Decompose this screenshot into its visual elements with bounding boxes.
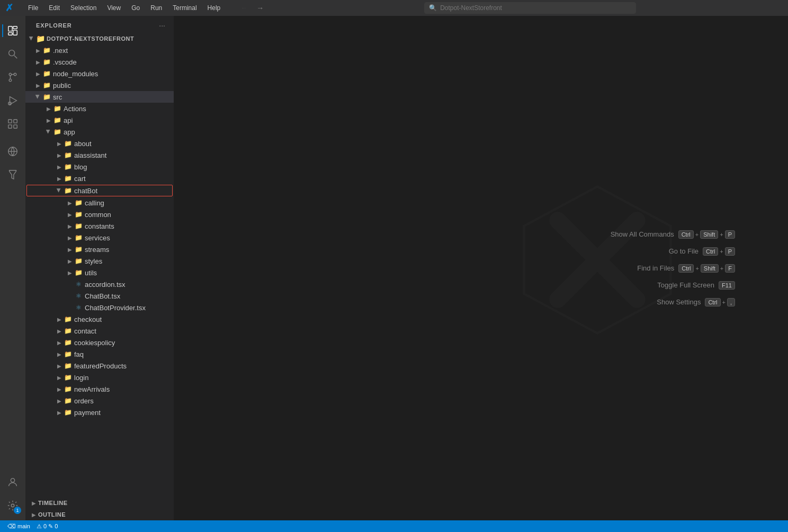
chatbot-provider-icon: ⚛	[74, 303, 83, 312]
calling-label: calling	[85, 199, 104, 207]
folder-constants[interactable]: ▶ 📁 constants	[25, 220, 174, 232]
app-arrow: ▶	[44, 128, 53, 136]
forward-arrow[interactable]: →	[253, 3, 267, 13]
root-arrow: ▶	[28, 34, 36, 43]
svg-marker-9	[10, 97, 17, 105]
contact-arrow: ▶	[55, 327, 64, 335]
next-label: .next	[53, 47, 68, 55]
folder-featured-products[interactable]: ▶ 📁 featuredProducts	[25, 360, 174, 372]
folder-cookiespolicy[interactable]: ▶ 📁 cookiespolicy	[25, 337, 174, 348]
activity-bar: 1	[0, 16, 25, 520]
common-arrow: ▶	[66, 210, 74, 219]
status-bar: ⌫ main ⚠ 0 ✎ 0	[0, 520, 788, 532]
folder-chatbot[interactable]: ▶ 📁 chatBot	[26, 185, 173, 196]
folder-aiassistant[interactable]: ▶ 📁 aiassistant	[25, 149, 174, 161]
calling-folder-icon: 📁	[74, 199, 83, 207]
run-debug-activity-icon[interactable]	[2, 90, 23, 111]
testing-activity-icon[interactable]	[2, 164, 23, 185]
node-modules-icon: 📁	[42, 69, 51, 78]
folder-login[interactable]: ▶ 📁 login	[25, 372, 174, 383]
folder-api[interactable]: ▶ 📁 api	[25, 114, 174, 126]
back-arrow[interactable]: ←	[237, 3, 251, 13]
settings-activity-icon[interactable]: 1	[2, 495, 23, 516]
folder-services[interactable]: ▶ 📁 services	[25, 232, 174, 244]
timeline-section[interactable]: ▶ TIMELINE	[25, 497, 174, 509]
folder-cart[interactable]: ▶ 📁 cart	[25, 173, 174, 184]
folder-vscode[interactable]: ▶ 📁 .vscode	[25, 56, 174, 68]
folder-common[interactable]: ▶ 📁 common	[25, 209, 174, 220]
new-arrivals-icon: 📁	[64, 385, 72, 393]
folder-blog[interactable]: ▶ 📁 blog	[25, 161, 174, 173]
sidebar-more-button[interactable]: ···	[157, 20, 167, 31]
folder-contact[interactable]: ▶ 📁 contact	[25, 325, 174, 337]
styles-folder-icon: 📁	[74, 257, 83, 265]
file-accordion[interactable]: ▶ ⚛ accordion.tsx	[25, 278, 174, 290]
featured-products-label: featuredProducts	[74, 362, 127, 370]
outline-section[interactable]: ▶ OUTLINE	[25, 509, 174, 520]
utils-folder-icon: 📁	[74, 268, 83, 277]
menu-edit[interactable]: Edit	[44, 3, 64, 13]
folder-calling[interactable]: ▶ 📁 calling	[25, 197, 174, 209]
search-input[interactable]	[440, 4, 631, 12]
api-label: api	[64, 116, 73, 124]
menu-help[interactable]: Help	[203, 3, 225, 13]
search-activity-icon[interactable]	[2, 43, 23, 65]
file-chatbot[interactable]: ▶ ⚛ ChatBot.tsx	[25, 290, 174, 302]
search-icon: 🔍	[429, 4, 437, 12]
global-search-bar[interactable]: 🔍	[424, 2, 636, 14]
about-label: about	[74, 140, 92, 148]
file-chatbot-provider[interactable]: ▶ ⚛ ChatBotProvider.tsx	[25, 302, 174, 313]
aiassistant-arrow: ▶	[55, 151, 64, 159]
vscode-arrow: ▶	[34, 58, 42, 66]
accounts-activity-icon[interactable]	[2, 472, 23, 493]
plus2: +	[720, 231, 723, 238]
cart-label: cart	[74, 175, 86, 183]
aiassistant-label: aiassistant	[74, 151, 106, 159]
app-folder-icon: 📁	[53, 128, 61, 136]
find-in-files-label: Find in Files	[579, 264, 674, 272]
folder-about[interactable]: ▶ 📁 about	[25, 138, 174, 149]
folder-checkout[interactable]: ▶ 📁 checkout	[25, 313, 174, 325]
menu-terminal[interactable]: Terminal	[168, 3, 201, 13]
menu-selection[interactable]: Selection	[66, 3, 101, 13]
remote-activity-icon[interactable]	[2, 141, 23, 162]
folder-utils[interactable]: ▶ 📁 utils	[25, 267, 174, 278]
extensions-activity-icon[interactable]	[2, 113, 23, 134]
src-arrow: ▶	[34, 93, 42, 101]
folder-new-arrivals[interactable]: ▶ 📁 newArrivals	[25, 383, 174, 395]
status-errors[interactable]: ⚠ 0 ✎ 0	[33, 523, 61, 530]
status-branch[interactable]: ⌫ main	[4, 523, 33, 530]
folder-orders[interactable]: ▶ 📁 orders	[25, 395, 174, 407]
folder-next[interactable]: ▶ 📁 .next	[25, 44, 174, 56]
contact-label: contact	[74, 327, 96, 335]
api-arrow: ▶	[44, 116, 53, 124]
show-settings-label: Show Settings	[605, 298, 701, 306]
orders-folder-icon: 📁	[64, 396, 72, 405]
menu-file[interactable]: File	[24, 3, 42, 13]
constants-folder-icon: 📁	[74, 222, 83, 230]
source-control-activity-icon[interactable]	[2, 67, 23, 88]
explorer-activity-icon[interactable]	[2, 20, 23, 41]
root-folder[interactable]: ▶ 📁 DOTPOT-NEXTSTOREFRONT	[25, 33, 174, 44]
shortcuts-panel: Show All Commands Ctrl + Shift + P Go to…	[579, 230, 735, 306]
folder-src[interactable]: ▶ 📁 src	[25, 91, 174, 103]
menu-run[interactable]: Run	[146, 3, 166, 13]
constants-arrow: ▶	[66, 222, 74, 230]
shortcut-go-to-file: Go to File Ctrl + P	[603, 247, 735, 256]
menu-go[interactable]: Go	[127, 3, 144, 13]
folder-styles[interactable]: ▶ 📁 styles	[25, 255, 174, 267]
folder-actions[interactable]: ▶ 📁 Actions	[25, 103, 174, 114]
folder-streams[interactable]: ▶ 📁 streams	[25, 244, 174, 255]
folder-node-modules[interactable]: ▶ 📁 node_modules	[25, 68, 174, 79]
common-label: common	[85, 211, 111, 219]
outline-arrow: ▶	[30, 510, 38, 519]
styles-arrow: ▶	[66, 257, 74, 265]
utils-arrow: ▶	[66, 268, 74, 277]
folder-app[interactable]: ▶ 📁 app	[25, 126, 174, 138]
folder-public[interactable]: ▶ 📁 public	[25, 79, 174, 91]
folder-payment[interactable]: ▶ 📁 payment	[25, 407, 174, 418]
menu-view[interactable]: View	[103, 3, 125, 13]
folder-faq[interactable]: ▶ 📁 faq	[25, 348, 174, 360]
settings-badge: 1	[14, 507, 21, 514]
toggle-fullscreen-label: Toggle Full Screen	[619, 281, 714, 289]
